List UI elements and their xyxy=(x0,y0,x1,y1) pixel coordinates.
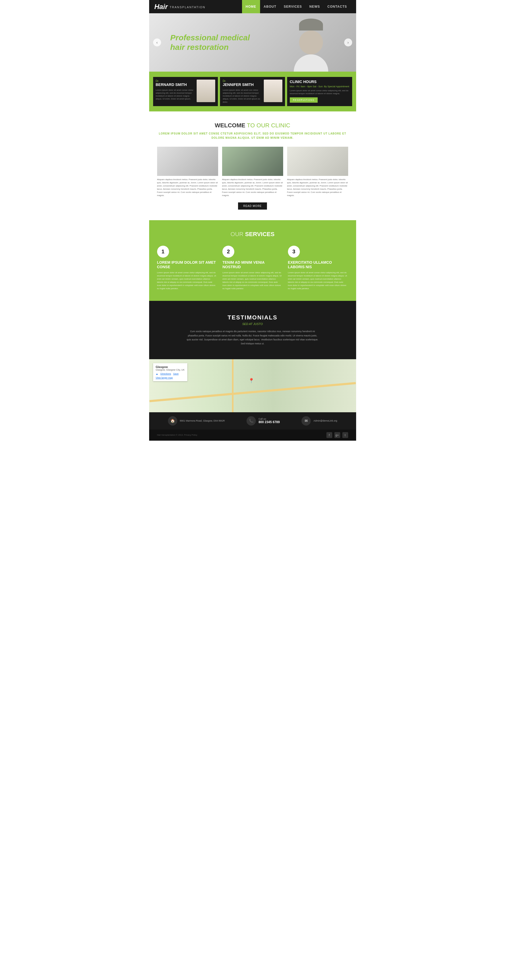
doctor-2-text: Lorem ipsum dolor sit amet con ctetur ad… xyxy=(223,89,262,103)
welcome-subtitle: LOREM IPSUM DOLOR SIT AMET CONSE CTETUR … xyxy=(157,132,348,140)
logo-hair: Hair xyxy=(155,3,168,11)
header: Hair TRANSPLANTATION HOME ABOUT SERVICES… xyxy=(149,0,356,13)
welcome-grid: Aliquam dapibus tincidunt metus. Praesen… xyxy=(157,147,348,197)
hero-heading: Professional medical hair restoration xyxy=(170,33,250,52)
welcome-image-1 xyxy=(157,147,218,176)
doctor-1-img xyxy=(197,80,215,102)
clinic-hours-title: CLINIC HOURS xyxy=(290,80,349,84)
welcome-item-text-3: Aliquam dapibus tincidunt metus. Praesen… xyxy=(287,178,348,197)
map-background: 📍 Glasgow Glasgow, Glasgow City, UK ▲ Di… xyxy=(149,359,356,412)
hero-section: ‹ Professional medical hair restoration … xyxy=(149,13,356,72)
reservations-button[interactable]: RESERVATIONS xyxy=(290,97,318,103)
map-directions-link[interactable]: Directions xyxy=(160,372,171,375)
map-save-link[interactable]: Save xyxy=(173,372,178,375)
doctor-card-2: Dr. JENNIFER SMITH Lorem ipsum dolor sit… xyxy=(220,77,285,106)
logo: Hair TRANSPLANTATION xyxy=(155,3,206,11)
doctor-1-text: Lorem ipsum dolor sit amet conse ctetur … xyxy=(156,89,195,100)
welcome-title: WELCOME TO OUR CLINIC xyxy=(157,122,348,129)
service-item-2: 2 TENIM AD MINIM VENIA NOSTRUD Lorem ips… xyxy=(222,246,283,291)
map-links: ▲ Directions Save xyxy=(156,372,185,375)
map-region-name: Glasgow, Glasgow City, UK xyxy=(156,369,185,371)
clinic-hours-text: Lorem ipsum dolor sit amet conse ctetur … xyxy=(290,89,349,95)
doctor-2-photo xyxy=(264,80,282,102)
services-title: OUR SERVICES xyxy=(157,231,348,238)
hair-shape xyxy=(299,19,323,30)
doctor-1-name: BERNARD SMITH xyxy=(156,83,195,87)
footer-email-icon: ✉ xyxy=(301,416,311,426)
map-pin: 📍 xyxy=(249,378,254,383)
services-section: OUR SERVICES 1 LOREM IPSUM DOLOR SIT AME… xyxy=(149,220,356,301)
doctor-1-info: Dr. BERNARD SMITH Lorem ipsum dolor sit … xyxy=(156,80,195,103)
footer-bottom: Hair transplantation © 2013. Privacy Pol… xyxy=(149,430,356,441)
nav-home[interactable]: HOME xyxy=(242,0,260,13)
footer-phone-text: Call us: 800 2345 6789 xyxy=(258,418,280,424)
services-grid: 1 LOREM IPSUM DOLOR SIT AMET CONSE Lorem… xyxy=(157,246,348,291)
footer-info: 🏠 8901 Marmora Road, Glasgow, D04 89GR 📞… xyxy=(149,412,356,430)
service-text-1: Lorem ipsum dolor sit amet conse ctetur … xyxy=(157,271,217,290)
main-nav: HOME ABOUT SERVICES NEWS CONTACTS xyxy=(242,0,351,13)
footer-phone-contact: 📞 Call us: 800 2345 6789 xyxy=(247,416,280,426)
map-city-name: Glasgow xyxy=(156,365,185,369)
doctor-1-photo xyxy=(197,80,215,102)
footer-phone-label: Call us: xyxy=(258,418,280,420)
footer-address: 8901 Marmora Road, Glasgow, D04 89GR xyxy=(180,420,225,422)
nav-news[interactable]: NEWS xyxy=(306,0,324,13)
doctor-2-img xyxy=(264,80,282,102)
service-item-1: 1 LOREM IPSUM DOLOR SIT AMET CONSE Lorem… xyxy=(157,246,217,291)
nav-contacts[interactable]: CONTACTS xyxy=(324,0,351,13)
footer-phone-icon: 📞 xyxy=(247,416,256,426)
welcome-item-text-1: Aliquam dapibus tincidunt metus. Praesen… xyxy=(157,178,218,197)
doctor-card-1: Dr. BERNARD SMITH Lorem ipsum dolor sit … xyxy=(153,77,218,106)
footer-phone-number: 800 2345 6789 xyxy=(258,420,280,424)
welcome-item-text-2: Aliquam dapibus tincidunt metus. Praesen… xyxy=(222,178,283,197)
map-view-larger-link[interactable]: View larger map xyxy=(156,377,185,379)
footer-email-address: Admin@demoLink.org xyxy=(314,420,337,422)
doctors-section: Dr. BERNARD SMITH Lorem ipsum dolor sit … xyxy=(149,72,356,111)
footer-email-text: Admin@demoLink.org xyxy=(314,420,337,422)
head-shape xyxy=(299,30,323,54)
testimonials-title: TESTIMONIALS xyxy=(157,314,348,321)
doctor-2-info: Dr. JENNIFER SMITH Lorem ipsum dolor sit… xyxy=(223,80,262,103)
welcome-item-1: Aliquam dapibus tincidunt metus. Praesen… xyxy=(157,147,218,197)
service-number-2: 2 xyxy=(222,246,234,258)
footer-social: f g+ t xyxy=(327,432,348,438)
footer-home-icon: 🏠 xyxy=(168,416,177,426)
service-name-2: TENIM AD MINIM VENIA NOSTRUD xyxy=(222,260,283,269)
body-shape xyxy=(294,54,328,72)
social-google-plus[interactable]: g+ xyxy=(335,432,340,438)
service-name-1: LOREM IPSUM DOLOR SIT AMET CONSE xyxy=(157,260,217,269)
service-number-3: 3 xyxy=(288,246,300,258)
doctor-2-name: JENNIFER SMITH xyxy=(223,83,262,87)
logo-transplant: TRANSPLANTATION xyxy=(170,6,206,9)
footer-copyright: Hair transplantation © 2013. Privacy Pol… xyxy=(157,434,198,436)
map-road-vertical xyxy=(232,359,234,412)
doctor-2-prefix: Dr. xyxy=(223,80,262,83)
testimonials-text: Cum sociis natoque penatibus et magnis d… xyxy=(186,329,319,346)
hero-prev-arrow[interactable]: ‹ xyxy=(153,38,161,46)
map-directions-icon: ▲ xyxy=(156,372,158,375)
map-overlay: Glasgow Glasgow, Glasgow City, UK ▲ Dire… xyxy=(153,363,187,381)
testimonials-content: TESTIMONIALS SED AT JUSTO Cum sociis nat… xyxy=(157,314,348,346)
doctor-1-prefix: Dr. xyxy=(156,80,195,83)
service-name-3: EXERCITATIO ULLAMCO LABORIS NIS xyxy=(288,260,348,269)
nav-about[interactable]: ABOUT xyxy=(260,0,280,13)
testimonials-section: TESTIMONIALS SED AT JUSTO Cum sociis nat… xyxy=(149,301,356,359)
footer-address-text: 8901 Marmora Road, Glasgow, D04 89GR xyxy=(180,420,225,422)
welcome-item-3: Aliquam dapibus tincidunt metus. Praesen… xyxy=(287,147,348,197)
hero-next-arrow[interactable]: › xyxy=(344,38,352,46)
service-number-1: 1 xyxy=(157,246,169,258)
map-road-horizontal xyxy=(150,382,356,402)
nav-services[interactable]: SERVICES xyxy=(280,0,306,13)
read-more-button[interactable]: READ MORE xyxy=(238,202,267,210)
social-twitter[interactable]: t xyxy=(343,432,348,438)
welcome-image-3 xyxy=(287,147,348,176)
welcome-item-2: Aliquam dapibus tincidunt metus. Praesen… xyxy=(222,147,283,197)
welcome-image-2 xyxy=(222,147,283,176)
map-section: 📍 Glasgow Glasgow, Glasgow City, UK ▲ Di… xyxy=(149,359,356,412)
service-text-2: Lorem ipsum dolor sit amet conse ctetur … xyxy=(222,271,283,290)
footer-email-contact: ✉ Admin@demoLink.org xyxy=(301,416,337,426)
social-facebook[interactable]: f xyxy=(327,432,332,438)
hero-text: Professional medical hair restoration xyxy=(170,33,250,52)
welcome-section: WELCOME TO OUR CLINIC LOREM IPSUM DOLOR … xyxy=(149,111,356,220)
service-text-3: Lorem ipsum dolor sit amet conse ctetur … xyxy=(288,271,348,290)
